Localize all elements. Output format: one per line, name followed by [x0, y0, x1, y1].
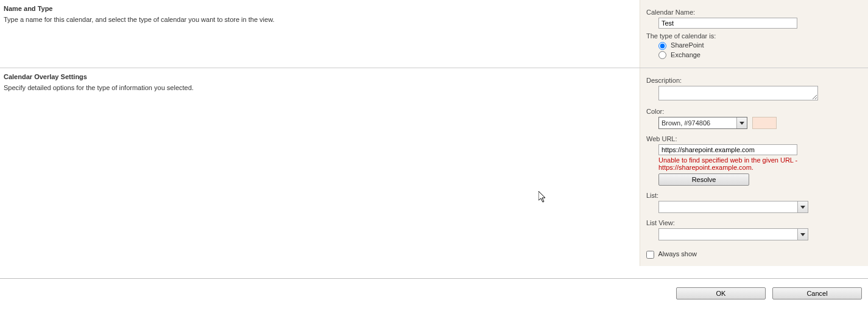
section-desc-name-type: Type a name for this calendar, and selec…: [4, 16, 636, 23]
chevron-down-icon: [736, 117, 747, 128]
color-select-value: Brown, #974806: [662, 119, 710, 127]
calendar-name-label: Calendar Name:: [646, 9, 862, 16]
ok-button[interactable]: OK: [676, 287, 766, 299]
chevron-down-icon: [797, 229, 808, 240]
web-url-input[interactable]: [658, 144, 797, 155]
section-name-and-type: Name and Type Type a name for this calen…: [0, 0, 868, 68]
section-calendar-overlay: Calendar Overlay Settings Specify detail…: [0, 68, 868, 266]
footer-buttons: OK Cancel: [0, 278, 868, 299]
list-label: List:: [646, 192, 862, 199]
color-select[interactable]: Brown, #974806: [658, 117, 747, 129]
radio-sharepoint[interactable]: [658, 42, 666, 50]
radio-exchange-label: Exchange: [671, 51, 700, 58]
section-right-overlay: Description: Color: Brown, #974806 Web U…: [640, 68, 868, 266]
section-desc-overlay: Specify detailed options for the type of…: [4, 84, 636, 91]
always-show-row: Always show: [646, 250, 862, 259]
calendar-type-label: The type of calendar is:: [646, 32, 862, 40]
section-left-overlay: Calendar Overlay Settings Specify detail…: [0, 68, 640, 266]
always-show-label: Always show: [658, 250, 697, 257]
section-title-overlay: Calendar Overlay Settings: [4, 73, 636, 80]
radio-exchange[interactable]: [658, 51, 666, 59]
section-title-name-type: Name and Type: [4, 5, 636, 12]
radio-sharepoint-label: SharePoint: [671, 41, 704, 49]
section-left: Name and Type Type a name for this calen…: [0, 0, 640, 68]
color-swatch: [752, 117, 777, 129]
list-select[interactable]: [658, 201, 808, 213]
calendar-name-input[interactable]: [658, 18, 797, 29]
list-view-select[interactable]: [658, 228, 808, 240]
web-url-label: Web URL:: [646, 135, 862, 142]
resolve-button[interactable]: Resolve: [658, 173, 749, 186]
list-view-label: List View:: [646, 219, 862, 226]
chevron-down-icon: [797, 201, 808, 212]
description-textarea[interactable]: [658, 86, 818, 100]
web-url-error: Unable to find specified web in the give…: [658, 156, 823, 171]
color-label: Color:: [646, 108, 862, 115]
always-show-checkbox[interactable]: [646, 251, 654, 259]
section-right-name-type: Calendar Name: The type of calendar is: …: [640, 0, 868, 68]
cancel-button[interactable]: Cancel: [772, 287, 862, 299]
description-label: Description:: [646, 77, 862, 84]
